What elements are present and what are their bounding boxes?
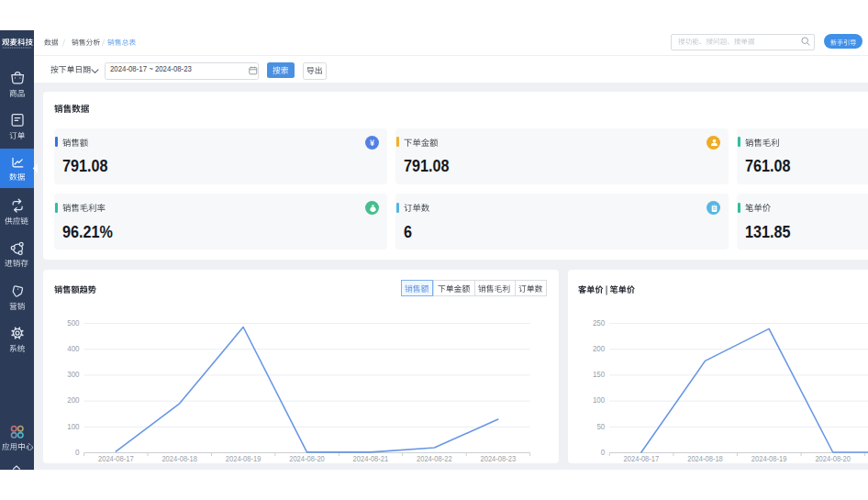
svg-text:2024-08-17: 2024-08-17 — [98, 454, 134, 463]
svg-text:2024-08-20: 2024-08-20 — [289, 454, 325, 463]
svg-text:2024-08-21: 2024-08-21 — [353, 454, 389, 463]
svg-text:100: 100 — [592, 396, 605, 406]
svg-text:300: 300 — [67, 370, 80, 379]
svg-text:0: 0 — [75, 448, 80, 457]
svg-text:2024-08-18: 2024-08-18 — [687, 454, 723, 463]
svg-text:250: 250 — [592, 318, 605, 328]
svg-text:200: 200 — [67, 396, 80, 406]
svg-text:100: 100 — [67, 422, 80, 431]
svg-text:500: 500 — [67, 318, 80, 328]
svg-text:2024-08-18: 2024-08-18 — [161, 454, 197, 463]
svg-text:0: 0 — [600, 448, 605, 457]
svg-text:2024-08-23: 2024-08-23 — [481, 454, 517, 463]
svg-text:2024-08-22: 2024-08-22 — [417, 454, 452, 463]
svg-text:2024-08-19: 2024-08-19 — [751, 454, 786, 463]
svg-text:2024-08-19: 2024-08-19 — [226, 454, 262, 463]
svg-text:2024-08-20: 2024-08-20 — [815, 454, 851, 463]
svg-text:150: 150 — [592, 370, 605, 379]
svg-text:200: 200 — [592, 344, 605, 353]
svg-text:2024-08-17: 2024-08-17 — [623, 454, 659, 463]
svg-text:400: 400 — [67, 344, 80, 353]
svg-text:50: 50 — [596, 422, 605, 431]
